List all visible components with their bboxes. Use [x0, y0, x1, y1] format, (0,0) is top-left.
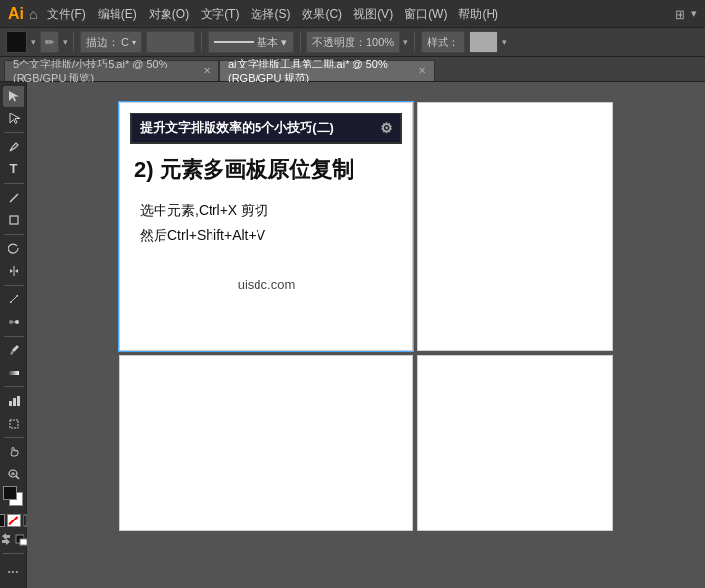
home-icon[interactable]: ⌂ — [29, 6, 37, 22]
hand-tool[interactable] — [3, 442, 24, 463]
none-fill-icon[interactable] — [0, 514, 5, 527]
menu-window[interactable]: 窗口(W) — [404, 6, 446, 23]
tool-sep-1 — [4, 132, 24, 133]
tool-sep-7 — [4, 437, 24, 438]
left-toolbar: T — [0, 82, 27, 588]
style-label: 样式： — [427, 35, 459, 50]
stroke-label: 描边： — [86, 35, 118, 50]
stroke-style-dropdown[interactable]: 基本 ▾ — [208, 31, 294, 53]
menu-file[interactable]: 文件(F) — [47, 6, 85, 23]
pen-tool[interactable] — [3, 137, 24, 158]
tool-sep-2 — [4, 183, 24, 184]
tab-1[interactable]: 5个文字排版/小技巧5.ai* @ 50% (RGB/GPU 预览) ✕ — [4, 60, 219, 81]
style-box: 样式： — [421, 31, 465, 53]
title-bar: Ai ⌂ 文件(F) 编辑(E) 对象(O) 文字(T) 选择(S) 效果(C)… — [0, 0, 705, 27]
canvas-area[interactable]: 提升文字排版效率的5个小技巧(二) ⚙ 2) 元素多画板原位复制 选中元素,Ct… — [27, 82, 705, 588]
svg-rect-12 — [13, 398, 16, 406]
stroke-dropdown[interactable]: 描边： C ▾ — [80, 31, 142, 53]
artboard-banner: 提升文字排版效率的5个小技巧(二) ⚙ — [130, 113, 402, 144]
artboard-banner-icon: ⚙ — [380, 120, 393, 136]
menu-help[interactable]: 帮助(H) — [458, 6, 498, 23]
svg-rect-1 — [10, 216, 18, 224]
app-logo: Ai — [8, 5, 24, 23]
graph-tool[interactable] — [3, 391, 24, 412]
separator-3 — [300, 32, 301, 52]
tab-2[interactable]: ai文字排版工具第二期.ai* @ 50% (RGB/GPU 规范) ✕ — [219, 60, 435, 81]
stroke-icon[interactable]: ✏ — [40, 31, 59, 53]
fill-swatch[interactable] — [3, 486, 17, 500]
fill-arrow[interactable]: ▾ — [31, 37, 36, 47]
main-area: T — [0, 82, 705, 588]
menu-edit[interactable]: 编辑(E) — [98, 6, 137, 23]
artboard-body: 选中元素,Ctrl+X 剪切 然后Ctrl+Shift+Alt+V — [130, 199, 402, 248]
artboard-heading: 2) 元素多画板原位复制 — [130, 156, 402, 185]
tab-1-close[interactable]: ✕ — [203, 66, 211, 76]
stroke-width-input[interactable] — [146, 31, 195, 53]
style-arrow[interactable]: ▾ — [502, 37, 507, 47]
svg-marker-2 — [16, 248, 20, 249]
stroke-style-label: 基本 — [257, 35, 278, 50]
arrange-icon[interactable]: ⊞ — [675, 7, 685, 22]
separator-4 — [414, 32, 415, 52]
menu-effect[interactable]: 效果(C) — [302, 6, 342, 23]
menu-bar: 文件(F) 编辑(E) 对象(O) 文字(T) 选择(S) 效果(C) 视图(V… — [47, 6, 498, 23]
tool-sep-4 — [4, 285, 24, 286]
tool-sep-6 — [4, 386, 24, 387]
artboard-container: 提升文字排版效率的5个小技巧(二) ⚙ 2) 元素多画板原位复制 选中元素,Ct… — [119, 102, 613, 531]
artboard-banner-text: 提升文字排版效率的5个小技巧(二) — [140, 119, 334, 137]
menu-view[interactable]: 视图(V) — [353, 6, 393, 23]
rotate-tool[interactable] — [3, 239, 24, 259]
artboard-4 — [417, 355, 613, 531]
artboard-3 — [119, 355, 413, 531]
opacity-arrow[interactable]: ▾ — [403, 37, 408, 47]
svg-rect-14 — [10, 420, 18, 428]
stroke-arrow[interactable]: ▾ — [63, 37, 68, 47]
svg-rect-11 — [9, 401, 12, 406]
opacity-box: 不透明度： 100% — [306, 31, 400, 53]
gradient-tool[interactable] — [3, 363, 24, 384]
stroke-style-arrow: ▾ — [281, 36, 287, 49]
no-color-icon[interactable] — [7, 514, 21, 527]
zoom-tool[interactable] — [3, 465, 24, 485]
svg-line-4 — [10, 295, 18, 303]
artboard-2 — [417, 102, 613, 351]
eyedropper-tool[interactable] — [3, 340, 24, 361]
select-tool[interactable] — [3, 86, 24, 107]
reflect-tool[interactable] — [3, 261, 24, 282]
default-colors-icon[interactable] — [15, 532, 28, 546]
svg-line-0 — [10, 194, 18, 202]
tool-sep-3 — [4, 234, 24, 235]
direct-select-tool[interactable] — [3, 109, 24, 129]
artboard-tool[interactable] — [3, 414, 24, 434]
svg-rect-21 — [20, 539, 27, 545]
opacity-value[interactable]: 100% — [366, 36, 394, 48]
menu-text[interactable]: 文字(T) — [201, 6, 239, 23]
opacity-label: 不透明度： — [312, 35, 366, 50]
swap-colors-icon[interactable] — [0, 532, 13, 546]
blend-tool[interactable] — [3, 312, 24, 333]
rect-tool[interactable] — [3, 210, 24, 231]
type-tool[interactable]: T — [3, 159, 24, 180]
tab-2-close[interactable]: ✕ — [418, 66, 426, 76]
artboard-body-line2: 然后Ctrl+Shift+Alt+V — [140, 223, 402, 248]
tab-2-label: ai文字排版工具第二期.ai* @ 50% (RGB/GPU 规范) — [228, 57, 412, 86]
menu-select[interactable]: 选择(S) — [251, 6, 290, 23]
tab-1-label: 5个文字排版/小技巧5.ai* @ 50% (RGB/GPU 预览) — [13, 57, 197, 86]
fill-color[interactable] — [6, 31, 27, 53]
svg-rect-13 — [17, 396, 20, 406]
svg-rect-10 — [9, 371, 19, 375]
style-color[interactable] — [469, 31, 498, 53]
menu-object[interactable]: 对象(O) — [149, 6, 189, 23]
svg-point-8 — [15, 320, 19, 324]
fill-stroke-swatches[interactable] — [3, 486, 24, 508]
separator-2 — [201, 32, 202, 52]
stroke-dropdown-arrow: ▾ — [132, 38, 136, 47]
expand-icon[interactable]: ▾ — [691, 7, 697, 22]
svg-line-16 — [16, 476, 19, 479]
control-toolbar: ▾ ✏ ▾ 描边： C ▾ 基本 ▾ 不透明度： 100% ▾ 样式： ▾ — [0, 27, 705, 57]
artboard-1: 提升文字排版效率的5个小技巧(二) ⚙ 2) 元素多画板原位复制 选中元素,Ct… — [119, 102, 413, 351]
more-tools[interactable]: ••• — [3, 561, 24, 582]
toolbar-bottom-sep — [3, 553, 24, 554]
scale-tool[interactable] — [3, 290, 24, 310]
line-tool[interactable] — [3, 188, 24, 208]
